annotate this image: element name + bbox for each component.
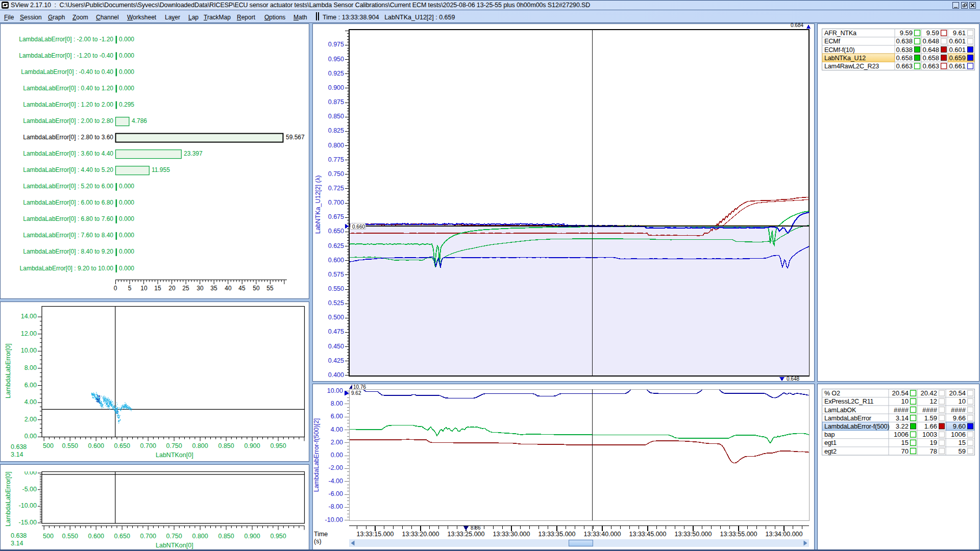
svg-text:0.648: 0.648: [922, 46, 939, 54]
svg-text:% O2: % O2: [824, 390, 840, 397]
svg-text:20.54: 20.54: [949, 389, 966, 397]
svg-text:ExPressL2C_R11: ExPressL2C_R11: [824, 398, 874, 405]
svg-text:0.659: 0.659: [949, 54, 966, 62]
svg-text:20.42: 20.42: [920, 389, 937, 397]
svg-text:78: 78: [930, 447, 937, 455]
svg-text:59: 59: [959, 447, 966, 455]
svg-text:AFR_NTKa: AFR_NTKa: [824, 30, 856, 37]
svg-text:ECMf: ECMf: [824, 38, 840, 45]
svg-text:15: 15: [959, 439, 966, 446]
svg-text:19: 19: [930, 439, 937, 446]
svg-text:####: ####: [951, 406, 966, 414]
svg-text:LabNTKa_U12: LabNTKa_U12: [824, 55, 866, 62]
svg-text:0.601: 0.601: [949, 37, 966, 45]
svg-text:0.658: 0.658: [922, 54, 939, 62]
svg-text:####: ####: [894, 406, 909, 414]
svg-text:0.658: 0.658: [896, 54, 913, 62]
svg-text:9.59: 9.59: [900, 29, 913, 37]
svg-text:####: ####: [922, 406, 938, 414]
svg-text:Lam4RawL2C_R23: Lam4RawL2C_R23: [824, 63, 879, 70]
svg-text:70: 70: [901, 447, 909, 455]
svg-text:egt2: egt2: [824, 448, 837, 455]
svg-text:9.61: 9.61: [953, 29, 966, 37]
svg-text:15: 15: [901, 439, 909, 446]
svg-text:0.663: 0.663: [922, 62, 939, 70]
svg-text:3.14: 3.14: [896, 414, 909, 422]
svg-text:1.59: 1.59: [924, 414, 937, 422]
svg-text:1.66: 1.66: [924, 422, 937, 430]
svg-text:20.54: 20.54: [892, 389, 909, 397]
svg-text:0.663: 0.663: [896, 62, 913, 70]
svg-text:egt1: egt1: [824, 439, 837, 446]
svg-text:1003: 1003: [922, 431, 937, 438]
svg-text:LambdaLabError-f(500): LambdaLabError-f(500): [824, 423, 889, 430]
svg-text:10: 10: [901, 397, 909, 405]
svg-text:12: 12: [930, 397, 937, 405]
svg-text:9.66: 9.66: [953, 414, 966, 422]
svg-text:0.638: 0.638: [896, 46, 913, 54]
svg-text:1006: 1006: [951, 431, 966, 438]
svg-text:0.638: 0.638: [896, 37, 913, 45]
svg-text:9.59: 9.59: [926, 29, 939, 37]
svg-text:3.22: 3.22: [896, 422, 909, 430]
svg-text:bap: bap: [824, 431, 835, 438]
svg-text:LambdaLabError: LambdaLabError: [824, 415, 871, 422]
svg-text:LamLabOK: LamLabOK: [824, 407, 856, 414]
svg-text:0.661: 0.661: [949, 62, 966, 70]
svg-text:1006: 1006: [894, 431, 909, 438]
svg-text:0.601: 0.601: [949, 46, 966, 54]
svg-text:ECMf-f(10): ECMf-f(10): [824, 46, 855, 54]
svg-text:0.648: 0.648: [922, 37, 939, 45]
svg-text:9.60: 9.60: [953, 422, 966, 430]
svg-text:10: 10: [959, 397, 966, 405]
